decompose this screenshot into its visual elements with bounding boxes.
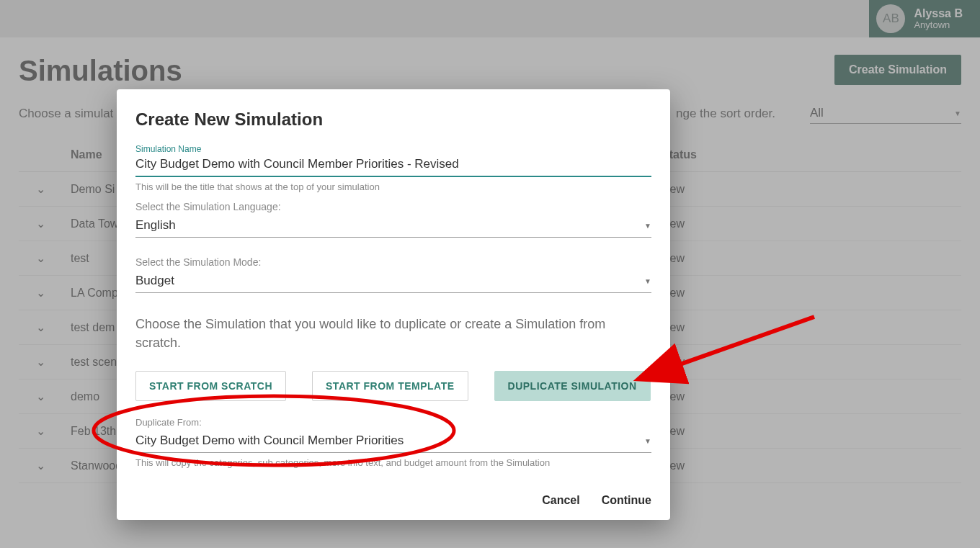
simulation-name-helper: This will be the title that shows at the… — [135, 181, 651, 192]
start-from-template-button[interactable]: START FROM TEMPLATE — [312, 371, 468, 401]
mode-label: Select the Simulation Mode: — [135, 256, 651, 268]
duplicate-from-value: City Budget Demo with Council Member Pri… — [135, 434, 404, 448]
start-from-scratch-button[interactable]: START FROM SCRATCH — [135, 371, 286, 401]
continue-button[interactable]: Continue — [602, 494, 651, 507]
language-value: English — [135, 218, 176, 233]
simulation-name-label: Simulation Name — [135, 144, 651, 154]
cancel-button[interactable]: Cancel — [542, 494, 579, 507]
duplicate-simulation-button[interactable]: DUPLICATE SIMULATION — [494, 371, 651, 401]
language-label: Select the Simulation Language: — [135, 201, 651, 212]
simulation-name-input[interactable] — [135, 154, 651, 177]
duplicate-from-select[interactable]: City Budget Demo with Council Member Pri… — [135, 431, 651, 453]
mode-select[interactable]: Budget ▼ — [135, 271, 651, 293]
chevron-down-icon: ▼ — [644, 437, 651, 445]
mode-value: Budget — [135, 274, 174, 288]
duplicate-from-label: Duplicate From: — [135, 417, 651, 428]
chevron-down-icon: ▼ — [644, 222, 651, 230]
creation-mode-buttons: START FROM SCRATCH START FROM TEMPLATE D… — [135, 371, 651, 401]
modal-title: Create New Simulation — [135, 109, 651, 130]
create-simulation-modal: Create New Simulation Simulation Name Th… — [117, 89, 670, 520]
chevron-down-icon: ▼ — [644, 277, 651, 285]
language-select[interactable]: English ▼ — [135, 215, 651, 238]
duplicate-helper: This will copy the categories, sub categ… — [135, 457, 651, 468]
modal-instruction: Choose the Simulation that you would lik… — [135, 315, 651, 352]
